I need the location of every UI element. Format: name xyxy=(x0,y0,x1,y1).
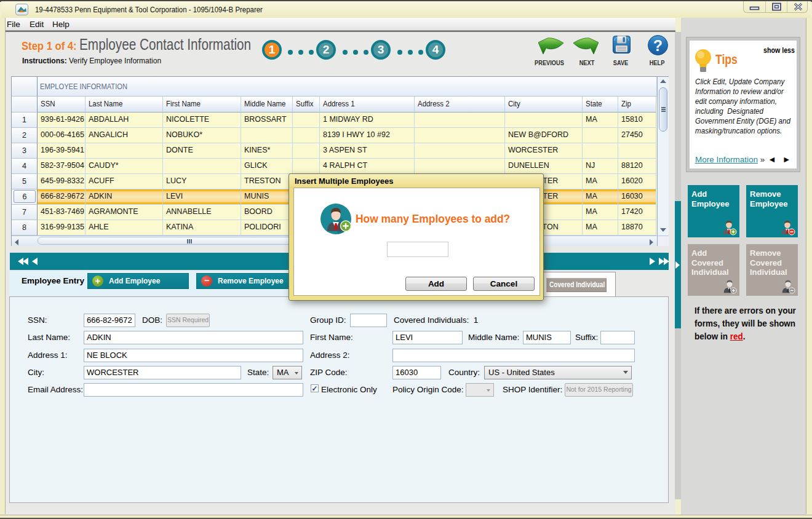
svg-text:?: ? xyxy=(653,37,663,54)
